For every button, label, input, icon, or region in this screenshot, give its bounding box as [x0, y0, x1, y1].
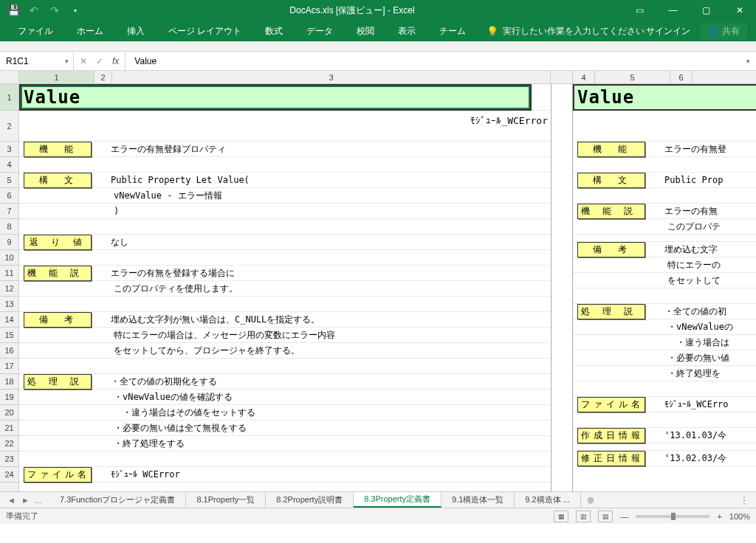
page-break-view-icon[interactable]: ▤: [598, 511, 613, 522]
maximize-button[interactable]: ▢: [690, 0, 723, 21]
row-header[interactable]: 7: [0, 204, 18, 219]
zoom-out-button[interactable]: —: [620, 512, 628, 521]
sheet-tab[interactable]: 8.1Property一覧: [186, 492, 266, 508]
row-header[interactable]: 14: [0, 312, 18, 328]
row-header[interactable]: 20: [0, 405, 18, 421]
tab-file[interactable]: ファイル: [6, 21, 65, 41]
qat-customize-icon[interactable]: ▾: [69, 4, 81, 16]
row-header[interactable]: 6: [0, 188, 18, 204]
row-header[interactable]: 1: [0, 84, 18, 111]
sheet-tab[interactable]: 7.3Functionプロシージャ定義書: [49, 492, 186, 508]
ribbon-display-icon[interactable]: ▭: [623, 0, 656, 21]
field-value: '13.01.03/今: [645, 429, 726, 442]
select-all-corner[interactable]: [0, 71, 19, 83]
field-value: をセットして: [648, 274, 721, 287]
row-header[interactable]: 15: [0, 328, 18, 343]
row-header[interactable]: 4: [0, 157, 18, 173]
field-value: ・vNewValueの: [648, 321, 733, 333]
share-button[interactable]: 👤 共有: [701, 23, 747, 40]
row-header[interactable]: 12: [0, 281, 18, 297]
grid-row: ・違う場合はその値をセットする: [19, 405, 551, 421]
sign-in-link[interactable]: サインイン: [646, 25, 690, 38]
row-header[interactable]: 2: [0, 111, 18, 142]
zoom-in-button[interactable]: +: [717, 512, 721, 521]
field-value: をセットしてから、プロシージャを終了する。: [94, 345, 300, 357]
sheet-prev-icon[interactable]: ◄: [7, 496, 16, 505]
tab-page-layout[interactable]: ページ レイアウト: [157, 21, 253, 41]
row-header[interactable]: 13: [0, 297, 18, 312]
sheet-tab[interactable]: 9.1構造体一覧: [441, 492, 515, 508]
row-header[interactable]: 23: [0, 452, 18, 467]
chevron-down-icon[interactable]: ▾: [65, 58, 73, 65]
tab-team[interactable]: チーム: [427, 21, 478, 41]
row-header[interactable]: 21: [0, 421, 18, 436]
grid-row: ファイル名ﾓｼﾞｭｰﾙ_WCErro: [573, 397, 756, 412]
tab-home[interactable]: ホーム: [65, 21, 115, 41]
minimize-button[interactable]: —: [656, 0, 690, 21]
row-header[interactable]: 17: [0, 359, 18, 374]
field-label: 処 理 説 明: [24, 374, 92, 390]
column-header[interactable]: 6: [670, 71, 693, 83]
row-header[interactable]: 19: [0, 390, 18, 405]
section-header[interactable]: Value: [19, 84, 532, 111]
column-header[interactable]: 3: [112, 71, 551, 83]
page-layout-view-icon[interactable]: ▥: [576, 511, 591, 522]
tab-view[interactable]: 表示: [386, 21, 427, 41]
row-header[interactable]: 16: [0, 343, 18, 359]
tab-data[interactable]: データ: [295, 21, 345, 41]
sheet-tab[interactable]: 8.2Property説明書: [266, 492, 354, 508]
zoom-level[interactable]: 100%: [729, 512, 750, 521]
grid-row: [573, 157, 756, 173]
sheet-tab[interactable]: 8.3Property定義書: [354, 492, 441, 508]
row-header[interactable]: 3: [0, 142, 18, 157]
enter-icon[interactable]: ✓: [96, 56, 103, 66]
tab-review[interactable]: 校閲: [345, 21, 386, 41]
grid-row: 機 能 説 明エラーの有無: [573, 204, 756, 219]
section-header[interactable]: Value: [573, 84, 756, 111]
cancel-icon[interactable]: ✕: [80, 56, 87, 66]
redo-icon[interactable]: ↷: [49, 4, 61, 16]
column-header[interactable]: 4: [573, 71, 595, 83]
row-header[interactable]: 11: [0, 266, 18, 281]
row-header[interactable]: 18: [0, 374, 18, 390]
sheet-scroll-handle[interactable]: ⋮: [740, 492, 756, 508]
sheet-more-icon[interactable]: ...: [35, 496, 42, 505]
save-icon[interactable]: 💾: [7, 4, 19, 16]
grid-row: ・vNewValueの値を確認する: [19, 390, 551, 405]
add-sheet-button[interactable]: ⊕: [581, 492, 600, 508]
name-box-value: R1C1: [6, 56, 29, 66]
split-divider[interactable]: [551, 84, 573, 491]
tab-insert[interactable]: 挿入: [115, 21, 157, 41]
field-label: 機 能: [24, 142, 92, 157]
normal-view-icon[interactable]: ▦: [554, 511, 568, 522]
grid-row: [573, 235, 756, 242]
status-ready: 準備完了: [6, 511, 38, 522]
tell-me[interactable]: 💡 実行したい作業を入力してください: [478, 21, 645, 41]
row-header[interactable]: 8: [0, 219, 18, 235]
close-button[interactable]: ✕: [723, 0, 756, 21]
row-header[interactable]: 5: [0, 173, 18, 188]
grid-row: [19, 219, 551, 235]
sheet-tab[interactable]: 9.2構造体 ...: [515, 492, 581, 508]
row-header[interactable]: 24: [0, 467, 18, 483]
column-header[interactable]: 2: [94, 71, 112, 83]
field-value: ・vNewValueの値を確認する: [94, 391, 233, 404]
field-value: ・終了処理を: [648, 367, 721, 380]
fx-icon[interactable]: fx: [112, 56, 119, 66]
tab-formulas[interactable]: 数式: [253, 21, 295, 41]
zoom-slider[interactable]: [636, 515, 709, 518]
column-header[interactable]: 5: [595, 71, 670, 83]
sheet-next-icon[interactable]: ►: [21, 496, 30, 505]
row-header[interactable]: 9: [0, 235, 18, 250]
row-header[interactable]: 10: [0, 250, 18, 266]
formula-input[interactable]: Value: [126, 52, 740, 70]
field-value: Public Property Let Value(: [92, 175, 250, 185]
undo-icon[interactable]: ↶: [28, 4, 40, 16]
column-header[interactable]: 1: [19, 71, 94, 83]
name-box[interactable]: R1C1 ▾: [0, 52, 74, 70]
cells-area[interactable]: Valueﾓｼﾞｭｰﾙ_WCError機 能エラーの有無登録プロパティ構 文Pu…: [19, 84, 756, 491]
grid-row: [573, 443, 756, 451]
row-header[interactable]: 22: [0, 436, 18, 452]
field-value: 特にエラーの場合は、メッセージ用の変数にエラー内容: [94, 329, 335, 342]
formula-expand-icon[interactable]: ▾: [740, 52, 756, 70]
